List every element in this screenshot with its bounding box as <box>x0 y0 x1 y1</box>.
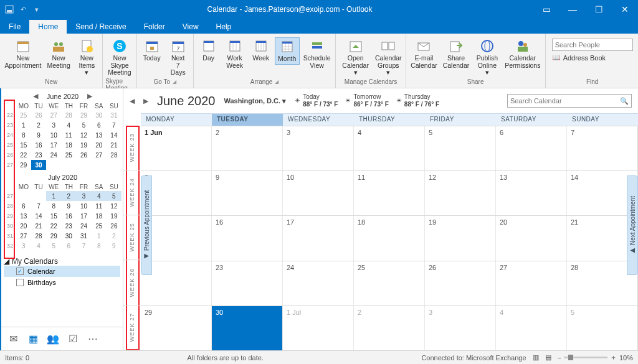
qat-customize-icon[interactable]: ▾ <box>31 4 42 15</box>
minical-day[interactable]: 28 <box>61 110 76 120</box>
minical-day[interactable]: 11 <box>92 201 107 211</box>
search-icon[interactable]: 🔍 <box>620 97 629 105</box>
minical-day[interactable]: 14 <box>31 211 46 221</box>
qat-save-icon[interactable] <box>4 4 15 15</box>
minical-day[interactable]: 21 <box>31 221 46 231</box>
calendar-cell[interactable]: 13 <box>496 171 567 215</box>
cal-prev-button[interactable]: ◀ <box>130 97 135 105</box>
minical-day[interactable] <box>92 160 107 170</box>
minical-day[interactable]: 27 <box>92 150 107 160</box>
calendar-cell[interactable]: 30 <box>212 306 283 350</box>
my-calendars-header[interactable]: ◢My Calendars <box>4 257 120 266</box>
calendar-cell[interactable]: 3 <box>425 306 496 350</box>
tasks-nav-icon[interactable]: ☑ <box>66 333 80 345</box>
minical-day[interactable]: 13 <box>16 211 31 221</box>
minical-day[interactable]: 11 <box>61 130 76 140</box>
day-header[interactable]: SUNDAY <box>567 114 638 126</box>
minical-day[interactable]: 10 <box>76 201 91 211</box>
minical-day[interactable]: 2 <box>107 231 121 241</box>
minical-day[interactable]: 3 <box>76 191 91 201</box>
minical-day[interactable]: 22 <box>46 221 61 231</box>
minical-day[interactable]: 30 <box>92 110 107 120</box>
calendar-cell[interactable]: 10 <box>283 171 354 215</box>
day-header[interactable]: WEDNESDAY <box>283 114 354 126</box>
minical-next-button[interactable]: ▶ <box>83 92 96 100</box>
minical-day[interactable]: 15 <box>46 211 61 221</box>
day-header[interactable]: THURSDAY <box>354 114 425 126</box>
calendar-cell[interactable]: 7 <box>567 126 638 170</box>
minical-day[interactable]: 12 <box>76 130 91 140</box>
qat-undo-icon[interactable]: ↶ <box>17 4 29 15</box>
minical-day[interactable]: 10 <box>46 130 61 140</box>
minical-day[interactable]: 18 <box>92 211 107 221</box>
arrange-launcher-icon[interactable]: ◢ <box>275 79 279 85</box>
calendar-cell[interactable]: 23 <box>212 261 283 306</box>
minical-day[interactable]: 28 <box>31 231 46 241</box>
minical-day[interactable]: 8 <box>16 130 31 140</box>
minical-day[interactable]: 1 <box>16 120 31 130</box>
zoom-slider[interactable] <box>564 357 607 358</box>
minical-day[interactable]: 9 <box>31 130 46 140</box>
checkbox-checked-icon[interactable]: ✓ <box>16 268 24 275</box>
minical-day[interactable]: 15 <box>16 140 31 150</box>
minical-day[interactable]: 31 <box>107 110 121 120</box>
tab-help[interactable]: Help <box>207 20 240 34</box>
minical-day[interactable]: 6 <box>61 241 76 251</box>
people-nav-icon[interactable]: 👥 <box>46 333 60 345</box>
calendar-cell[interactable]: 25 <box>354 261 425 306</box>
calendar-cell[interactable]: 3 <box>283 126 354 170</box>
minical-day[interactable]: 29 <box>46 231 61 241</box>
more-nav-icon[interactable]: ⋯ <box>86 333 100 345</box>
calendar-cell[interactable]: 5 <box>425 126 496 170</box>
previous-appointment-button[interactable]: ◀Previous Appointment <box>141 175 152 275</box>
calendar-cell[interactable]: 2 <box>212 126 283 170</box>
minical-day[interactable]: 16 <box>31 140 46 150</box>
minical-day[interactable]: 9 <box>61 201 76 211</box>
calendar-cell[interactable]: 2 <box>354 306 425 350</box>
day-view-button[interactable]: Day <box>196 37 221 63</box>
minical-day[interactable]: 26 <box>31 110 46 120</box>
next-7-days-button[interactable]: 7Next7 Days <box>166 37 191 78</box>
minical-day[interactable]: 25 <box>92 221 107 231</box>
week-label[interactable]: WEEK 24 <box>123 170 141 215</box>
minical-day[interactable]: 25 <box>61 150 76 160</box>
forecast-day[interactable]: ☀Thursday88° F / 76° F <box>396 93 439 108</box>
minimize-button[interactable]: — <box>563 4 582 14</box>
calendar-cell[interactable]: 12 <box>425 171 496 215</box>
calendar-cell[interactable]: 20 <box>496 216 567 260</box>
calendar-cell[interactable]: 6 <box>496 126 567 170</box>
minical-day[interactable]: 4 <box>92 191 107 201</box>
publish-online-button[interactable]: PublishOnline ▾ <box>473 37 502 78</box>
schedule-view-button[interactable]: ScheduleView <box>301 37 333 70</box>
minical-day[interactable]: 18 <box>61 140 76 150</box>
week-label[interactable]: WEEK 27 <box>123 306 141 350</box>
minical-day[interactable]: 30 <box>31 160 46 170</box>
checkbox-icon[interactable] <box>16 279 24 286</box>
calendar-cell[interactable]: 24 <box>283 261 354 306</box>
zoom-out-button[interactable]: − <box>558 354 561 362</box>
cal-next-button[interactable]: ▶ <box>143 97 148 105</box>
minical-day[interactable]: 6 <box>92 120 107 130</box>
minical-day[interactable]: 20 <box>92 140 107 150</box>
minical-day[interactable]: 7 <box>76 241 91 251</box>
week-label[interactable]: WEEK 25 <box>123 215 141 260</box>
minical-day[interactable]: 3 <box>46 120 61 130</box>
next-appointment-button[interactable]: ▶Next Appointment <box>627 175 638 275</box>
minical-day[interactable]: 7 <box>31 201 46 211</box>
calendar-cell[interactable]: 4 <box>496 306 567 350</box>
calendar-item-calendar[interactable]: ✓Calendar <box>4 266 120 277</box>
close-button[interactable]: ✕ <box>616 4 634 14</box>
minical-day[interactable]: 1 <box>46 191 61 201</box>
skype-meeting-button[interactable]: SNew SkypeMeeting <box>105 37 133 78</box>
minical-day[interactable]: 21 <box>107 140 121 150</box>
minical-day[interactable]: 13 <box>92 130 107 140</box>
minical-day[interactable]: 5 <box>107 191 121 201</box>
minical-day[interactable]: 24 <box>76 221 91 231</box>
week-view-button[interactable]: Week <box>249 37 274 63</box>
week-label[interactable]: WEEK 26 <box>123 261 141 306</box>
calendar-cell[interactable]: 16 <box>212 216 283 260</box>
calendar-cell[interactable]: 5 <box>567 306 638 350</box>
minical-day[interactable]: 16 <box>61 211 76 221</box>
minical-day[interactable]: 23 <box>61 221 76 231</box>
minical-day[interactable]: 9 <box>107 241 121 251</box>
